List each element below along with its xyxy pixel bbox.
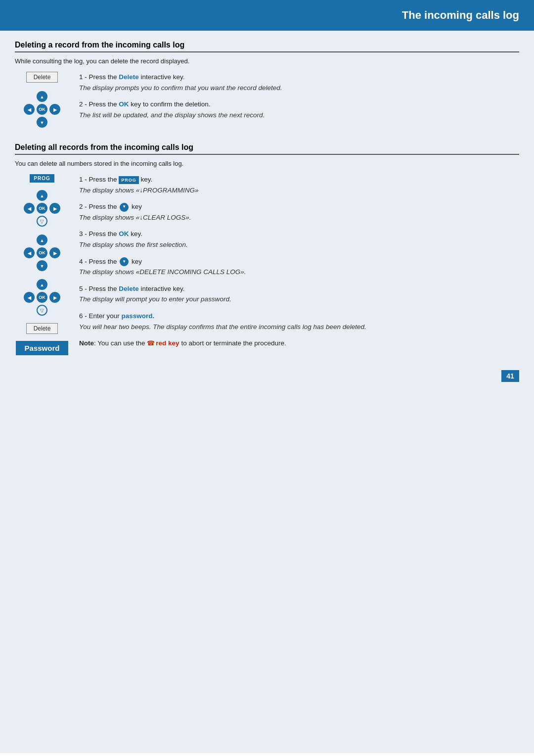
nav-down-3[interactable] — [37, 260, 47, 271]
nav-widget-2: OK — [23, 189, 61, 227]
page-content: Deleting a record from the incoming call… — [0, 31, 534, 753]
key-nav-down-2-inline — [120, 257, 129, 266]
section2-title: Deleting all records from the incoming c… — [15, 143, 519, 155]
step2-note: Note: You can use the ☎red key to abort … — [79, 338, 519, 349]
section-delete-all: Deleting all records from the incoming c… — [15, 143, 519, 355]
nav-right-4[interactable] — [49, 292, 60, 303]
note-label: Note — [79, 339, 94, 347]
nav-widget-4: OK — [23, 279, 61, 316]
nav-left-1[interactable] — [24, 104, 35, 115]
ok-button-3[interactable]: OK — [37, 247, 47, 258]
key-nav-down-1-inline — [120, 203, 129, 212]
nav-widget-1: OK — [23, 91, 61, 128]
section2-subtitle: You can delete all numbers stored in the… — [15, 160, 519, 167]
page-number-area: 41 — [15, 370, 519, 382]
nav-down-1[interactable] — [37, 117, 47, 128]
key-ok-1: OK — [119, 100, 129, 108]
nav-right-3[interactable] — [49, 247, 60, 258]
section-delete-record: Deleting a record from the incoming call… — [15, 41, 519, 128]
nav-left-2[interactable] — [24, 203, 35, 214]
step1-2: 2 - Press the OK key to confirm the dele… — [79, 99, 519, 120]
key-prog-inline: PROG — [119, 176, 139, 184]
step2-2: 2 - Press the key The display shows «↓CL… — [79, 201, 519, 223]
nav-left-4[interactable] — [24, 292, 35, 303]
ok-button-2[interactable]: OK — [37, 203, 47, 214]
page-number: 41 — [501, 370, 519, 382]
section2-body: PROG OK — [15, 174, 519, 355]
key-password: password. — [122, 312, 155, 320]
red-key-icon: ☎ — [147, 338, 155, 349]
nav-down-hollow-2[interactable] — [37, 216, 47, 227]
section1-ui: Delete OK — [15, 72, 69, 128]
section1-subtitle: While consulting the log, you can delete… — [15, 57, 519, 65]
nav-right-2[interactable] — [49, 203, 60, 214]
step2-6: 6 - Enter your password. You will hear t… — [79, 311, 519, 332]
key-ok-2: OK — [119, 230, 129, 237]
section2-ui: PROG OK — [15, 174, 69, 355]
key-delete-2: Delete — [119, 285, 139, 292]
section1-instructions: 1 - Press the Delete interactive key. Th… — [79, 72, 519, 126]
nav-up-1[interactable] — [37, 91, 47, 102]
nav-widget-3: OK — [23, 234, 61, 272]
prog-button[interactable]: PROG — [30, 174, 54, 183]
password-button[interactable]: Password — [16, 341, 69, 355]
page-title: The incoming calls log — [402, 9, 519, 21]
key-red: red key — [156, 339, 179, 347]
delete-button[interactable]: Delete — [26, 72, 58, 83]
nav-left-3[interactable] — [24, 247, 35, 258]
delete-button-2[interactable]: Delete — [26, 323, 58, 334]
section1-body: Delete OK 1 - Press the Delete — [15, 72, 519, 128]
nav-up-4[interactable] — [37, 279, 47, 290]
step2-4: 4 - Press the key The display shows «DEL… — [79, 256, 519, 278]
nav-right-1[interactable] — [49, 104, 60, 115]
ok-button-1[interactable]: OK — [37, 104, 47, 115]
nav-up-2[interactable] — [37, 190, 47, 201]
nav-up-3[interactable] — [37, 235, 47, 245]
nav-down-hollow-4[interactable] — [37, 305, 47, 316]
step1-1: 1 - Press the Delete interactive key. Th… — [79, 72, 519, 93]
step2-3: 3 - Press the OK key. The display shows … — [79, 229, 519, 250]
page-header: The incoming calls log — [0, 0, 534, 31]
section1-title: Deleting a record from the incoming call… — [15, 41, 519, 52]
key-delete-1: Delete — [119, 73, 139, 81]
section2-instructions: 1 - Press the PROG key. The display show… — [79, 174, 519, 355]
ok-button-4[interactable]: OK — [37, 292, 47, 303]
step2-1: 1 - Press the PROG key. The display show… — [79, 174, 519, 195]
step2-5: 5 - Press the Delete interactive key. Th… — [79, 284, 519, 305]
